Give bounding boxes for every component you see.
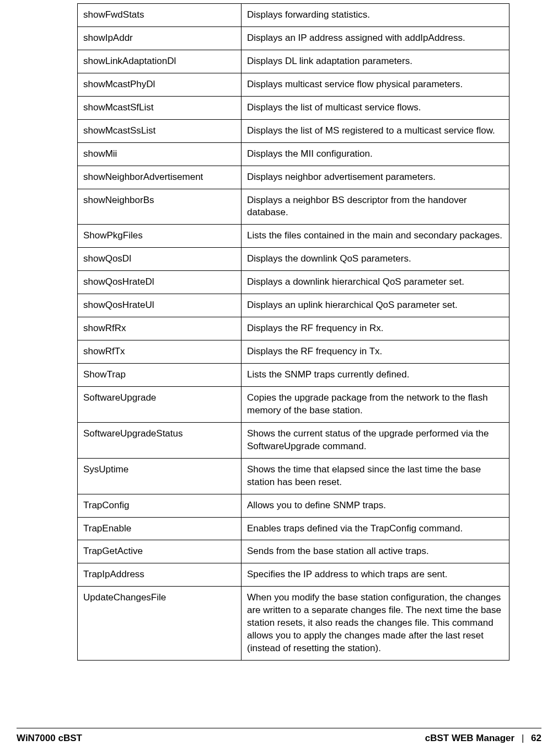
footer-section-title: cBST WEB Manager bbox=[425, 733, 514, 743]
command-description-cell: Displays the RF frequency in Tx. bbox=[242, 340, 509, 364]
command-name-cell: showNeighborBs bbox=[78, 189, 242, 225]
command-name-cell: ShowPkgFiles bbox=[78, 225, 242, 248]
command-name-cell: SoftwareUpgradeStatus bbox=[78, 422, 242, 458]
command-description-cell: Lists the files contained in the main an… bbox=[242, 225, 509, 248]
main-content: showFwdStatsDisplays forwarding statisti… bbox=[77, 3, 509, 661]
footer-separator: | bbox=[522, 733, 524, 743]
command-description-cell: Displays the list of MS registered to a … bbox=[242, 119, 509, 142]
table-row: showIpAddrDisplays an IP address assigne… bbox=[78, 26, 509, 50]
table-row: TrapEnableEnables traps defined via the … bbox=[78, 517, 509, 540]
command-name-cell: UpdateChangesFile bbox=[78, 587, 242, 661]
table-row: showMiiDisplays the MII configuration. bbox=[78, 142, 509, 166]
command-name-cell: TrapIpAddress bbox=[78, 563, 242, 587]
table-row: UpdateChangesFileWhen you modify the bas… bbox=[78, 587, 509, 661]
command-description-cell: Shows the current status of the upgrade … bbox=[242, 422, 509, 458]
table-row: SysUptimeShows the time that elapsed sin… bbox=[78, 458, 509, 494]
footer-right-block: cBST WEB Manager | 62 bbox=[425, 733, 541, 744]
command-description-cell: Sends from the base station all active t… bbox=[242, 540, 509, 563]
table-row: showRfRxDisplays the RF frequency in Rx. bbox=[78, 317, 509, 340]
command-name-cell: showIpAddr bbox=[78, 26, 242, 50]
table-row: showNeighborAdvertisementDisplays neighb… bbox=[78, 166, 509, 189]
table-row: showFwdStatsDisplays forwarding statisti… bbox=[78, 4, 509, 27]
table-row: showRfTxDisplays the RF frequency in Tx. bbox=[78, 340, 509, 364]
command-description-cell: Displays an IP address assigned with add… bbox=[242, 26, 509, 50]
page-footer: WiN7000 cBST cBST WEB Manager | 62 bbox=[17, 728, 541, 744]
table-row: TrapIpAddressSpecifies the IP address to… bbox=[78, 563, 509, 587]
table-row: showNeighborBsDisplays a neighbor BS des… bbox=[78, 189, 509, 225]
command-description-cell: When you modify the base station configu… bbox=[242, 587, 509, 661]
table-row: showMcastPhyDlDisplays multicast service… bbox=[78, 73, 509, 96]
command-description-cell: Displays an uplink hierarchical QoS para… bbox=[242, 294, 509, 317]
table-row: showMcastSfListDisplays the list of mult… bbox=[78, 96, 509, 119]
table-row: SoftwareUpgradeCopies the upgrade packag… bbox=[78, 386, 509, 422]
table-row: TrapGetActiveSends from the base station… bbox=[78, 540, 509, 563]
command-name-cell: showMcastSsList bbox=[78, 119, 242, 142]
command-description-cell: Enables traps defined via the TrapConfig… bbox=[242, 517, 509, 540]
command-description-cell: Specifies the IP address to which traps … bbox=[242, 563, 509, 587]
table-row: showQosHrateDlDisplays a downlink hierar… bbox=[78, 271, 509, 294]
command-name-cell: showRfTx bbox=[78, 340, 242, 364]
command-description-cell: Displays a neighbor BS descriptor from t… bbox=[242, 189, 509, 225]
table-row: SoftwareUpgradeStatusShows the current s… bbox=[78, 422, 509, 458]
footer-page-number: 62 bbox=[531, 733, 541, 743]
table-row: ShowPkgFilesLists the files contained in… bbox=[78, 225, 509, 248]
table-row: showMcastSsListDisplays the list of MS r… bbox=[78, 119, 509, 142]
table-row: showQosDlDisplays the downlink QoS param… bbox=[78, 248, 509, 271]
command-name-cell: showRfRx bbox=[78, 317, 242, 340]
command-description-cell: Lists the SNMP traps currently defined. bbox=[242, 364, 509, 387]
footer-product-name: WiN7000 cBST bbox=[17, 733, 82, 744]
command-name-cell: showMcastPhyDl bbox=[78, 73, 242, 96]
command-description-cell: Displays DL link adaptation parameters. bbox=[242, 50, 509, 73]
command-description-cell: Shows the time that elapsed since the la… bbox=[242, 458, 509, 494]
command-description-cell: Displays the MII configuration. bbox=[242, 142, 509, 166]
command-description-cell: Allows you to define SNMP traps. bbox=[242, 494, 509, 517]
document-page: showFwdStatsDisplays forwarding statisti… bbox=[0, 0, 558, 756]
command-name-cell: showNeighborAdvertisement bbox=[78, 166, 242, 189]
command-name-cell: TrapConfig bbox=[78, 494, 242, 517]
command-name-cell: ShowTrap bbox=[78, 364, 242, 387]
command-description-cell: Displays neighbor advertisement paramete… bbox=[242, 166, 509, 189]
table-row: showLinkAdaptationDlDisplays DL link ada… bbox=[78, 50, 509, 73]
command-name-cell: TrapEnable bbox=[78, 517, 242, 540]
command-table: showFwdStatsDisplays forwarding statisti… bbox=[77, 3, 509, 661]
command-name-cell: showMcastSfList bbox=[78, 96, 242, 119]
command-description-cell: Displays the list of multicast service f… bbox=[242, 96, 509, 119]
command-name-cell: showFwdStats bbox=[78, 4, 242, 27]
command-description-cell: Displays multicast service flow physical… bbox=[242, 73, 509, 96]
command-name-cell: showQosDl bbox=[78, 248, 242, 271]
table-row: TrapConfigAllows you to define SNMP trap… bbox=[78, 494, 509, 517]
command-description-cell: Displays a downlink hierarchical QoS par… bbox=[242, 271, 509, 294]
table-row: ShowTrapLists the SNMP traps currently d… bbox=[78, 364, 509, 387]
command-description-cell: Displays the downlink QoS parameters. bbox=[242, 248, 509, 271]
command-description-cell: Copies the upgrade package from the netw… bbox=[242, 386, 509, 422]
command-description-cell: Displays forwarding statistics. bbox=[242, 4, 509, 27]
command-description-cell: Displays the RF frequency in Rx. bbox=[242, 317, 509, 340]
command-name-cell: showQosHrateUl bbox=[78, 294, 242, 317]
command-name-cell: SysUptime bbox=[78, 458, 242, 494]
table-row: showQosHrateUlDisplays an uplink hierarc… bbox=[78, 294, 509, 317]
command-name-cell: showMii bbox=[78, 142, 242, 166]
command-name-cell: showLinkAdaptationDl bbox=[78, 50, 242, 73]
command-name-cell: showQosHrateDl bbox=[78, 271, 242, 294]
command-name-cell: SoftwareUpgrade bbox=[78, 386, 242, 422]
command-name-cell: TrapGetActive bbox=[78, 540, 242, 563]
